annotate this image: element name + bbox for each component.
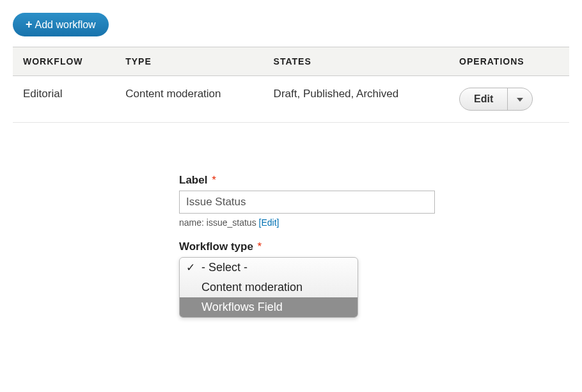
cell-states: Draft, Published, Archived (263, 76, 449, 123)
select-option-workflows-field[interactable]: Workflows Field (180, 297, 358, 317)
operations-dropdown-toggle[interactable] (507, 88, 532, 110)
label-text: Label (179, 174, 207, 186)
workflow-type-select[interactable]: - Select - Content moderation Workflows … (179, 257, 358, 318)
cell-workflow: Editorial (13, 76, 115, 123)
col-header-workflow: WORKFLOW (13, 47, 115, 76)
plus-icon: + (26, 18, 33, 31)
select-option-content-moderation[interactable]: Content moderation (180, 278, 358, 297)
edit-button[interactable]: Edit (460, 88, 507, 110)
add-workflow-label: Add workflow (35, 19, 96, 31)
col-header-operations: OPERATIONS (449, 47, 569, 76)
machine-name-edit-link[interactable]: [Edit] (259, 217, 279, 228)
workflows-table: WORKFLOW TYPE STATES OPERATIONS Editoria… (13, 47, 569, 123)
select-dropdown-menu: - Select - Content moderation Workflows … (179, 257, 358, 318)
workflow-type-field: Workflow type * - Select - Content moder… (179, 240, 569, 320)
table-row: Editorial Content moderation Draft, Publ… (13, 76, 569, 123)
col-header-states: STATES (263, 47, 449, 76)
select-option-placeholder[interactable]: - Select - (180, 258, 358, 278)
col-header-type: TYPE (115, 47, 263, 76)
required-marker: * (212, 174, 216, 186)
operations-button-group: Edit (459, 88, 533, 111)
required-marker: * (258, 240, 262, 253)
workflow-type-label-text: Workflow type (179, 240, 253, 253)
workflow-type-label: Workflow type * (179, 240, 569, 253)
label-input[interactable] (179, 191, 435, 214)
label-field-label: Label * (179, 174, 569, 187)
add-workflow-button[interactable]: + Add workflow (13, 13, 109, 36)
caret-down-icon (517, 97, 523, 102)
machine-name-text: name: issue_status [Edit] (179, 217, 569, 228)
machine-name-prefix: name: (179, 217, 207, 228)
cell-type: Content moderation (115, 76, 263, 123)
workflow-form: Label * name: issue_status [Edit] Workfl… (179, 174, 569, 320)
machine-name-value: issue_status (207, 217, 256, 228)
cell-operations: Edit (449, 76, 569, 123)
label-field: Label * name: issue_status [Edit] (179, 174, 569, 228)
